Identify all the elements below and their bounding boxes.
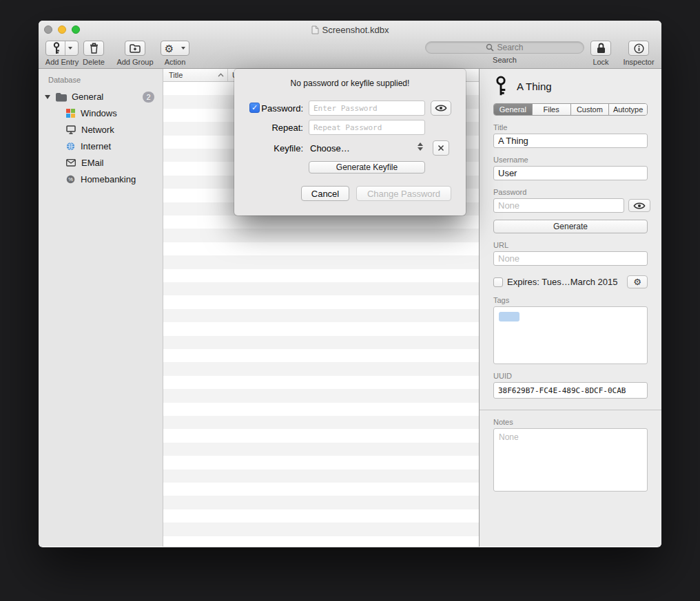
tab-autotype[interactable]: Autotype [608, 104, 647, 115]
chevron-down-icon [181, 47, 185, 50]
search-label: Search [493, 56, 517, 64]
lock-icon [597, 43, 606, 54]
inspector-group: Inspector [621, 41, 657, 66]
sidebar-item-network[interactable]: Network [39, 121, 163, 138]
email-icon [66, 159, 76, 167]
action-button[interactable]: ⚙ [161, 41, 189, 56]
change-password-button[interactable]: Change Password [356, 186, 451, 201]
gear-icon: ⚙ [165, 43, 174, 54]
add-group-button[interactable] [125, 41, 145, 56]
sidebar-item-homebanking[interactable]: % Homebanking [39, 171, 163, 187]
lock-button[interactable] [590, 41, 611, 56]
sidebar: Database General 2 Windows Network [39, 69, 163, 547]
delete-group: Delete [79, 41, 109, 66]
sort-indicator-icon [218, 73, 224, 77]
expires-checkbox[interactable] [493, 277, 503, 287]
sidebar-item-label: EMail [81, 158, 104, 168]
svg-text:%: % [68, 176, 73, 182]
change-password-dialog: No password or keyfile supplied! ✓ Passw… [234, 69, 466, 215]
network-icon [66, 125, 76, 134]
sidebar-item-windows[interactable]: Windows [39, 105, 163, 121]
password-row [493, 198, 648, 213]
dialog-repeat-label: Repeat: [234, 123, 303, 133]
trash-icon [90, 43, 99, 54]
chevron-down-icon [68, 47, 72, 50]
clear-keyfile-button[interactable] [433, 140, 449, 156]
column-title-label: Title [169, 71, 183, 79]
password-field[interactable] [493, 198, 624, 213]
tab-custom[interactable]: Custom [570, 104, 609, 115]
eye-icon [633, 202, 646, 210]
title-field[interactable] [493, 134, 648, 148]
tags-box[interactable] [493, 306, 648, 364]
reveal-password-button[interactable] [628, 199, 650, 212]
url-field[interactable] [493, 251, 648, 266]
add-entry-button[interactable] [45, 41, 79, 56]
add-group-group: Add Group [116, 41, 154, 66]
action-label: Action [165, 58, 186, 66]
title-field-label: Title [493, 123, 648, 131]
disclosure-triangle-icon[interactable] [45, 95, 50, 99]
column-header-title[interactable]: Title [163, 69, 227, 81]
dialog-reveal-password-button[interactable] [431, 101, 451, 116]
sidebar-item-internet[interactable]: Internet [39, 138, 163, 154]
sidebar-item-email[interactable]: EMail [39, 154, 163, 171]
inspector-button[interactable] [628, 41, 649, 56]
delete-label: Delete [83, 58, 105, 66]
inspector-label: Inspector [623, 58, 654, 66]
section-divider [480, 410, 661, 410]
dialog-repeat-input[interactable] [309, 120, 425, 135]
dialog-password-input[interactable] [309, 101, 425, 116]
generate-keyfile-button[interactable]: Generate Keyfile [309, 161, 425, 173]
search-icon [486, 43, 494, 52]
inspector-header: A Thing [480, 69, 661, 101]
sidebar-group-general[interactable]: General 2 [39, 89, 163, 105]
windows-icon [66, 109, 75, 118]
tab-general[interactable]: General [494, 104, 532, 115]
sidebar-item-label: Homebanking [81, 174, 136, 184]
globe-icon [66, 142, 75, 151]
generate-password-button[interactable]: Generate [493, 220, 648, 233]
expires-settings-button[interactable]: ⚙ [627, 275, 648, 288]
url-field-label: URL [493, 241, 648, 249]
username-field[interactable] [493, 166, 648, 180]
add-group-label: Add Group [116, 58, 153, 66]
window-title-area: Screenshot.kdbx [39, 21, 661, 39]
entry-title: A Thing [517, 81, 552, 92]
key-icon [52, 42, 61, 54]
tags-label: Tags [493, 296, 648, 304]
cancel-button[interactable]: Cancel [301, 186, 349, 201]
keyfile-popup-button[interactable]: Choose… [310, 143, 350, 154]
popup-stepper-icon[interactable] [418, 143, 423, 151]
window-title: Screenshot.kdbx [322, 25, 389, 35]
close-x-icon [438, 145, 444, 151]
gear-icon: ⚙ [633, 277, 641, 286]
delete-button[interactable] [83, 41, 104, 56]
expires-label: Expires: Tues…March 2015 [507, 277, 617, 287]
add-entry-label: Add Entry [45, 58, 79, 66]
sidebar-section-header: Database [48, 76, 163, 84]
search-input[interactable]: Search [425, 41, 584, 54]
notes-field[interactable] [493, 428, 648, 492]
notes-label: Notes [493, 418, 648, 426]
toolbar: Add Entry Delete Add Group ⚙ [39, 39, 661, 69]
dialog-message: No password or keyfile supplied! [234, 78, 466, 88]
expires-row: Expires: Tues…March 2015 ⚙ [493, 275, 648, 288]
search-group: Search Search [425, 41, 584, 64]
entry-count-badge: 2 [143, 92, 154, 103]
add-entry-group: Add Entry [45, 41, 79, 66]
title-bar: Screenshot.kdbx [39, 21, 661, 39]
dialog-keyfile-label: Keyfile: [234, 143, 303, 154]
chevron-up-icon [418, 143, 423, 146]
tab-files[interactable]: Files [532, 104, 570, 115]
uuid-field[interactable] [493, 382, 648, 399]
coin-icon: % [66, 175, 75, 184]
sidebar-item-label: Network [81, 125, 114, 135]
sidebar-item-label: Windows [81, 108, 117, 118]
dialog-password-label: Password: [234, 103, 303, 114]
search-placeholder: Search [497, 43, 523, 52]
tag-chip[interactable] [499, 312, 519, 321]
lock-label: Lock [593, 58, 608, 66]
action-group: ⚙ Action [160, 41, 190, 66]
document-icon [311, 25, 319, 34]
